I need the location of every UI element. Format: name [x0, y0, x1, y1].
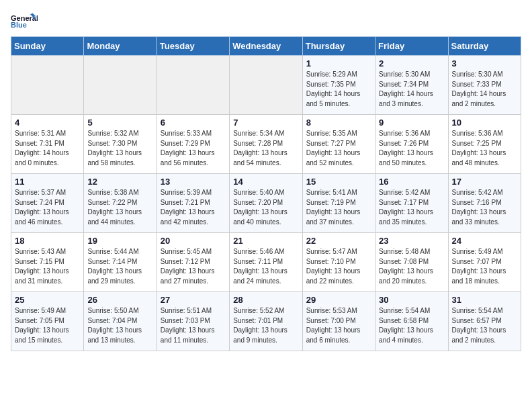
calendar-day-cell: 30Sunrise: 5:54 AM Sunset: 6:58 PM Dayli… [375, 292, 448, 351]
day-of-week-header: Tuesday [157, 37, 229, 56]
calendar-day-cell: 2Sunrise: 5:30 AM Sunset: 7:34 PM Daylig… [375, 56, 448, 115]
calendar-day-cell: 14Sunrise: 5:40 AM Sunset: 7:20 PM Dayli… [230, 174, 302, 233]
day-number: 11 [15, 177, 80, 187]
day-info: Sunrise: 5:39 AM Sunset: 7:21 PM Dayligh… [161, 188, 226, 227]
day-of-week-header: Sunday [11, 37, 84, 56]
day-info: Sunrise: 5:44 AM Sunset: 7:14 PM Dayligh… [87, 247, 152, 286]
calendar-day-cell [84, 56, 157, 115]
day-info: Sunrise: 5:43 AM Sunset: 7:15 PM Dayligh… [15, 247, 80, 286]
day-number: 27 [161, 295, 226, 305]
day-number: 7 [233, 118, 298, 128]
day-number: 4 [15, 118, 80, 128]
day-number: 24 [452, 236, 517, 246]
calendar-week-row: 4Sunrise: 5:31 AM Sunset: 7:31 PM Daylig… [11, 115, 521, 174]
day-number: 21 [233, 236, 298, 246]
calendar-day-cell: 22Sunrise: 5:47 AM Sunset: 7:10 PM Dayli… [302, 233, 375, 292]
day-number: 19 [87, 236, 152, 246]
calendar-week-row: 25Sunrise: 5:49 AM Sunset: 7:05 PM Dayli… [11, 292, 521, 351]
day-number: 8 [306, 118, 371, 128]
calendar-day-cell: 28Sunrise: 5:52 AM Sunset: 7:01 PM Dayli… [230, 292, 302, 351]
day-info: Sunrise: 5:52 AM Sunset: 7:01 PM Dayligh… [233, 306, 298, 345]
calendar-day-cell: 25Sunrise: 5:49 AM Sunset: 7:05 PM Dayli… [11, 292, 84, 351]
calendar-day-cell: 29Sunrise: 5:53 AM Sunset: 7:00 PM Dayli… [302, 292, 375, 351]
day-info: Sunrise: 5:50 AM Sunset: 7:04 PM Dayligh… [87, 306, 152, 345]
day-number: 22 [306, 236, 371, 246]
day-info: Sunrise: 5:46 AM Sunset: 7:11 PM Dayligh… [233, 247, 298, 286]
day-number: 1 [306, 58, 371, 68]
day-of-week-header: Saturday [448, 37, 521, 56]
day-number: 6 [161, 118, 226, 128]
day-number: 13 [161, 177, 226, 187]
day-info: Sunrise: 5:49 AM Sunset: 7:07 PM Dayligh… [452, 247, 517, 286]
day-info: Sunrise: 5:54 AM Sunset: 6:58 PM Dayligh… [379, 306, 444, 345]
calendar-table: SundayMondayTuesdayWednesdayThursdayFrid… [11, 36, 521, 351]
calendar-day-cell: 19Sunrise: 5:44 AM Sunset: 7:14 PM Dayli… [84, 233, 157, 292]
day-of-week-header: Wednesday [230, 37, 302, 56]
calendar-day-cell: 9Sunrise: 5:36 AM Sunset: 7:26 PM Daylig… [375, 115, 448, 174]
day-number: 31 [452, 295, 517, 305]
calendar-day-cell [230, 56, 302, 115]
day-number: 17 [452, 177, 517, 187]
calendar-day-cell: 17Sunrise: 5:42 AM Sunset: 7:16 PM Dayli… [448, 174, 521, 233]
calendar-day-cell: 15Sunrise: 5:41 AM Sunset: 7:19 PM Dayli… [302, 174, 375, 233]
day-info: Sunrise: 5:32 AM Sunset: 7:30 PM Dayligh… [87, 129, 152, 168]
day-number: 16 [379, 177, 444, 187]
day-info: Sunrise: 5:53 AM Sunset: 7:00 PM Dayligh… [306, 306, 371, 345]
day-info: Sunrise: 5:34 AM Sunset: 7:28 PM Dayligh… [233, 129, 298, 168]
day-number: 14 [233, 177, 298, 187]
calendar-day-cell: 7Sunrise: 5:34 AM Sunset: 7:28 PM Daylig… [230, 115, 302, 174]
calendar-day-cell: 11Sunrise: 5:37 AM Sunset: 7:24 PM Dayli… [11, 174, 84, 233]
day-info: Sunrise: 5:33 AM Sunset: 7:29 PM Dayligh… [161, 129, 226, 168]
calendar-day-cell: 31Sunrise: 5:54 AM Sunset: 6:57 PM Dayli… [448, 292, 521, 351]
day-info: Sunrise: 5:30 AM Sunset: 7:33 PM Dayligh… [452, 70, 517, 109]
logo-icon: General Blue [11, 11, 38, 31]
page-header: General Blue [11, 11, 521, 31]
day-number: 9 [379, 118, 444, 128]
day-of-week-header: Friday [375, 37, 448, 56]
day-info: Sunrise: 5:29 AM Sunset: 7:35 PM Dayligh… [306, 70, 371, 109]
day-info: Sunrise: 5:31 AM Sunset: 7:31 PM Dayligh… [15, 129, 80, 168]
day-number: 2 [379, 58, 444, 68]
day-info: Sunrise: 5:37 AM Sunset: 7:24 PM Dayligh… [15, 188, 80, 227]
calendar-day-cell: 16Sunrise: 5:42 AM Sunset: 7:17 PM Dayli… [375, 174, 448, 233]
calendar-week-row: 18Sunrise: 5:43 AM Sunset: 7:15 PM Dayli… [11, 233, 521, 292]
day-number: 30 [379, 295, 444, 305]
calendar-day-cell: 4Sunrise: 5:31 AM Sunset: 7:31 PM Daylig… [11, 115, 84, 174]
day-number: 12 [87, 177, 152, 187]
day-info: Sunrise: 5:36 AM Sunset: 7:26 PM Dayligh… [379, 129, 444, 168]
day-info: Sunrise: 5:38 AM Sunset: 7:22 PM Dayligh… [87, 188, 152, 227]
calendar-day-cell: 18Sunrise: 5:43 AM Sunset: 7:15 PM Dayli… [11, 233, 84, 292]
day-info: Sunrise: 5:51 AM Sunset: 7:03 PM Dayligh… [161, 306, 226, 345]
day-number: 25 [15, 295, 80, 305]
calendar-day-cell: 23Sunrise: 5:48 AM Sunset: 7:08 PM Dayli… [375, 233, 448, 292]
calendar-day-cell: 8Sunrise: 5:35 AM Sunset: 7:27 PM Daylig… [302, 115, 375, 174]
day-number: 15 [306, 177, 371, 187]
day-of-week-header: Monday [84, 37, 157, 56]
calendar-day-cell: 5Sunrise: 5:32 AM Sunset: 7:30 PM Daylig… [84, 115, 157, 174]
day-number: 29 [306, 295, 371, 305]
day-info: Sunrise: 5:42 AM Sunset: 7:16 PM Dayligh… [452, 188, 517, 227]
day-number: 26 [87, 295, 152, 305]
calendar-week-row: 11Sunrise: 5:37 AM Sunset: 7:24 PM Dayli… [11, 174, 521, 233]
calendar-day-cell: 26Sunrise: 5:50 AM Sunset: 7:04 PM Dayli… [84, 292, 157, 351]
day-info: Sunrise: 5:49 AM Sunset: 7:05 PM Dayligh… [15, 306, 80, 345]
calendar-day-cell: 27Sunrise: 5:51 AM Sunset: 7:03 PM Dayli… [157, 292, 229, 351]
day-number: 18 [15, 236, 80, 246]
svg-text:Blue: Blue [11, 21, 27, 29]
day-info: Sunrise: 5:30 AM Sunset: 7:34 PM Dayligh… [379, 70, 444, 109]
calendar-day-cell: 13Sunrise: 5:39 AM Sunset: 7:21 PM Dayli… [157, 174, 229, 233]
calendar-day-cell: 20Sunrise: 5:45 AM Sunset: 7:12 PM Dayli… [157, 233, 229, 292]
calendar-day-cell: 1Sunrise: 5:29 AM Sunset: 7:35 PM Daylig… [302, 56, 375, 115]
day-info: Sunrise: 5:36 AM Sunset: 7:25 PM Dayligh… [452, 129, 517, 168]
calendar-week-row: 1Sunrise: 5:29 AM Sunset: 7:35 PM Daylig… [11, 56, 521, 115]
calendar-day-cell: 10Sunrise: 5:36 AM Sunset: 7:25 PM Dayli… [448, 115, 521, 174]
day-number: 5 [87, 118, 152, 128]
calendar-day-cell: 3Sunrise: 5:30 AM Sunset: 7:33 PM Daylig… [448, 56, 521, 115]
day-number: 3 [452, 58, 517, 68]
day-info: Sunrise: 5:45 AM Sunset: 7:12 PM Dayligh… [161, 247, 226, 286]
calendar-day-cell [157, 56, 229, 115]
calendar-day-cell [11, 56, 84, 115]
day-info: Sunrise: 5:41 AM Sunset: 7:19 PM Dayligh… [306, 188, 371, 227]
day-info: Sunrise: 5:40 AM Sunset: 7:20 PM Dayligh… [233, 188, 298, 227]
day-number: 20 [161, 236, 226, 246]
